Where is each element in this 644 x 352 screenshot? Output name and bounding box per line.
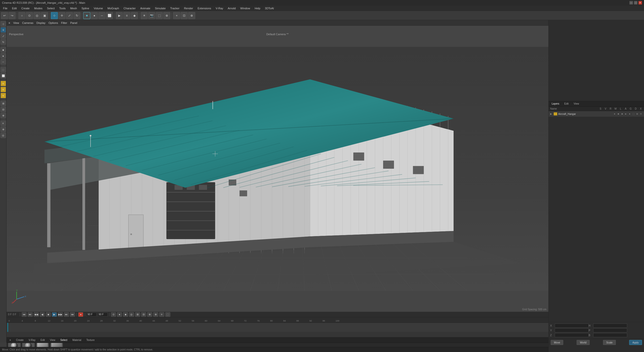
scale-button[interactable]: Scale [603, 340, 616, 345]
move-button[interactable]: Move [551, 340, 563, 345]
maximize-button[interactable]: □ [634, 1, 637, 5]
transport-extra-2[interactable]: ● [117, 312, 122, 317]
vp-header-display[interactable]: Display [36, 21, 46, 24]
left-lasso[interactable]: ◌ [1, 67, 6, 72]
layer-solo-icon[interactable]: ► [624, 112, 627, 115]
toolbar-deformer[interactable]: ⊡ [181, 12, 188, 19]
fps-input-1[interactable] [87, 313, 97, 317]
toolbar-effector[interactable]: ⊕ [188, 12, 195, 19]
timeline-content[interactable] [7, 323, 548, 332]
bottom-tab-texture[interactable]: Texture [85, 338, 96, 342]
timeline-section[interactable]: 0481216202428323640444852566064687276808… [7, 317, 548, 337]
layer-deform-icon[interactable]: ⊕ [636, 112, 639, 115]
left-s3[interactable]: S [1, 93, 6, 98]
left-select-tool[interactable]: ⊹ [1, 21, 6, 27]
toolbar-keyframe[interactable]: ◆ [131, 12, 138, 19]
menu-modes[interactable]: Modes [32, 6, 45, 10]
toolbar-light[interactable]: ☀ [141, 12, 148, 19]
menu-mograph[interactable]: MoGraph [105, 6, 121, 10]
toolbar-scale[interactable]: ⤢ [66, 12, 73, 19]
bottom-tab-edit[interactable]: Edit [39, 338, 46, 342]
menu-vray[interactable]: V-Ray [214, 6, 225, 10]
bottom-tab-create[interactable]: Create [15, 338, 25, 342]
toolbar-camera[interactable]: 📷 [148, 12, 155, 19]
toolbar-object-mode[interactable]: ■ [83, 12, 90, 19]
layer-lock-icon[interactable]: ■ [617, 112, 620, 115]
prop-z-input[interactable] [555, 333, 589, 337]
layer-xref-icon[interactable]: ✕ [639, 112, 642, 115]
prop-y-input[interactable] [555, 328, 589, 332]
layer-item-aircraft-hangar[interactable]: ▶ Aircraft_Hangar ● ■ ■ ► [549, 111, 644, 117]
layers-tab-edit[interactable]: Edit [563, 102, 570, 106]
menu-tools[interactable]: Tools [57, 6, 68, 10]
toolbar-constraint[interactable]: ⌖ [173, 12, 180, 19]
toolbar-render-region[interactable]: ○ [18, 12, 25, 19]
transport-extra-3[interactable]: ■ [123, 312, 128, 317]
left-rect[interactable]: ⬜ [1, 73, 6, 78]
toolbar-edge-mode[interactable]: ─ [98, 12, 105, 19]
toolbar-material[interactable]: ⊗ [163, 12, 170, 19]
menu-3dtoai[interactable]: 3DToAI [263, 6, 276, 10]
left-point-mode[interactable]: ● [1, 53, 6, 59]
toolbar-poly-mode[interactable]: ⬜ [106, 12, 113, 19]
toolbar-render-view[interactable]: ⊙ [26, 12, 33, 19]
layer-gen-icon[interactable]: ⬚ [632, 112, 635, 115]
bottom-tab-material[interactable]: Material [71, 338, 83, 342]
menu-help[interactable]: Help [253, 6, 262, 10]
left-s1[interactable]: S [1, 81, 6, 86]
transport-go-start[interactable]: ⏮ [22, 312, 27, 317]
left-t1[interactable]: ⊞ [1, 101, 6, 106]
transport-next-frame[interactable]: ▶▶ [58, 312, 63, 317]
minimize-button[interactable]: ─ [629, 1, 633, 5]
transport-go-end[interactable]: ⏮ [70, 312, 75, 317]
toolbar-rotate[interactable]: ↻ [73, 12, 80, 19]
toolbar-anim[interactable]: ▶ [116, 12, 123, 19]
vp-header-view[interactable]: View [13, 21, 19, 24]
apply-button[interactable]: Apply [629, 340, 642, 345]
bottom-tab-view[interactable]: View [48, 338, 57, 342]
menu-mesh[interactable]: Mesh [68, 6, 79, 10]
menu-select[interactable]: Select [45, 6, 57, 10]
toolbar-render-mr[interactable]: ▣ [41, 12, 48, 19]
toolbar-point-mode[interactable]: ● [91, 12, 98, 19]
transport-play-back[interactable]: ◀ [40, 312, 45, 317]
layers-tab-view[interactable]: View [572, 102, 581, 106]
vp-header-cameras[interactable]: Cameras [22, 21, 33, 24]
vp-header-filter[interactable]: Filter [61, 21, 67, 24]
layer-expand-icon[interactable]: ▶ [550, 113, 553, 115]
menu-arnold[interactable]: Arnold [226, 6, 238, 10]
transport-go-prev-key[interactable]: ⏭ [28, 312, 33, 317]
prop-h-input[interactable] [593, 324, 627, 328]
toolbar-timeline[interactable]: ≡ [123, 12, 130, 19]
transport-extra-7[interactable]: ⊕ [147, 312, 152, 317]
bottom-tab-vray[interactable]: V-Ray [27, 338, 37, 342]
transport-prev-frame[interactable]: ◀◀ [34, 312, 39, 317]
vp-header-options[interactable]: Options [49, 21, 58, 24]
transport-extra-9[interactable]: ≡ [159, 312, 164, 317]
vp-header-panel[interactable]: Panel [70, 21, 77, 24]
menu-simulate[interactable]: Simulate [153, 6, 168, 10]
transport-record[interactable]: ● [78, 312, 83, 317]
menu-window[interactable]: Window [238, 6, 252, 10]
menu-character[interactable]: Character [122, 6, 138, 10]
left-object-mode[interactable]: ■ [1, 47, 6, 53]
left-b3[interactable]: ◎ [1, 133, 6, 138]
transport-play[interactable]: ▶ [52, 312, 57, 317]
bottom-tab-menu[interactable]: ≡ [8, 338, 13, 342]
prop-p-input[interactable] [593, 328, 627, 332]
menu-spline[interactable]: Spline [79, 6, 91, 10]
left-b2[interactable]: ⊗ [1, 126, 6, 132]
transport-extra-10[interactable]: ⬚ [165, 312, 170, 317]
timeline-playhead[interactable] [8, 323, 8, 332]
toolbar-undo[interactable]: ↩ [1, 12, 8, 19]
prop-b-input[interactable] [593, 333, 627, 337]
close-button[interactable]: ✕ [638, 1, 642, 5]
toolbar-texture[interactable]: ⬚ [156, 12, 163, 19]
world-button[interactable]: World [577, 340, 590, 345]
menu-volume[interactable]: Volume [92, 6, 105, 10]
left-b1[interactable]: ≡ [1, 120, 6, 126]
toolbar-move[interactable]: ✛ [58, 12, 65, 19]
transport-next-key[interactable]: ⏭ [64, 312, 69, 317]
viewport-canvas[interactable]: Perspective Default Camera ** [7, 26, 548, 312]
left-move-tool[interactable]: ✛ [1, 27, 6, 33]
